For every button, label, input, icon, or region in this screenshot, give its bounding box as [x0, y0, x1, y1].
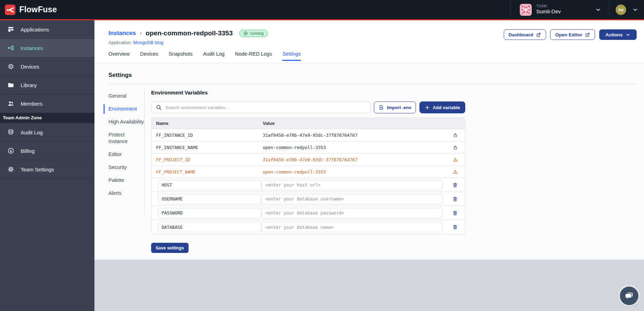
sidebar-item-members[interactable]: Members	[0, 94, 94, 113]
column-header-name: Name	[151, 121, 263, 126]
tab-snapshots[interactable]: Snapshots	[169, 51, 193, 61]
env-var-value-input[interactable]	[261, 208, 443, 218]
actions-button[interactable]: Actions	[599, 29, 637, 40]
search-icon	[156, 104, 162, 111]
flowfuse-logo[interactable]: FlowFuse	[0, 0, 57, 19]
column-header-value: Value	[263, 121, 445, 126]
sidebar-item-label: Library	[21, 82, 37, 88]
settings-nav-protect-instance[interactable]: Protect Instance	[108, 128, 144, 148]
env-var-name: FF_INSTANCE_NAME	[151, 145, 263, 150]
flowfuse-logo-icon	[5, 5, 15, 15]
application-line: Application: MongoDB blog	[108, 40, 268, 45]
table-row-editable	[151, 192, 465, 206]
settings-nav-high-availability[interactable]: High Availability	[108, 115, 144, 128]
table-row-deprecated: FF_PROJECT_NAME open-common-redpoll-3353	[151, 166, 465, 178]
delete-variable-button[interactable]	[452, 182, 458, 188]
settings-nav-security[interactable]: Security	[108, 161, 144, 174]
env-var-name: FF_PROJECT_ID	[151, 157, 263, 162]
table-row-deprecated: FF_PROJECT_ID 31af0456-e70b-47e9-93dc-37…	[151, 154, 465, 166]
page-header: Instances › open-common-redpoll-3353 run…	[94, 20, 644, 63]
env-var-name-input[interactable]	[158, 222, 261, 232]
lock-icon	[445, 145, 465, 150]
sidebar-item-team-settings[interactable]: Team Settings	[0, 160, 94, 179]
settings-nav-general[interactable]: General	[108, 90, 144, 103]
env-var-value-input[interactable]	[261, 194, 443, 204]
status-badge-label: running	[250, 31, 263, 35]
team-label: TEAM:	[536, 4, 561, 9]
env-var-name-input[interactable]	[158, 194, 261, 204]
table-row: FF_INSTANCE_ID 31af0456-e70b-47e9-93dc-3…	[151, 129, 465, 141]
add-variable-button[interactable]: Add variable	[419, 101, 465, 113]
trash-icon	[452, 182, 458, 188]
folder-icon	[7, 82, 14, 89]
settings-nav-palette[interactable]: Palette	[108, 174, 144, 187]
table-row: FF_INSTANCE_NAME open-common-redpoll-335…	[151, 141, 465, 154]
applications-icon	[7, 26, 14, 33]
env-var-value: 31af0456-e70b-47e9-93dc-37f876764767	[263, 133, 445, 138]
env-var-name-input[interactable]	[158, 180, 261, 190]
sidebar-item-instances[interactable]: Instances	[0, 39, 94, 57]
user-menu[interactable]: su	[609, 0, 644, 19]
chat-widget-button[interactable]	[620, 287, 638, 305]
tab-node-red-logs[interactable]: Node-RED Logs	[235, 51, 272, 61]
application-label: Application:	[108, 40, 132, 45]
tab-settings[interactable]: Settings	[282, 51, 300, 61]
env-var-value-input[interactable]	[261, 222, 443, 232]
sidebar-item-library[interactable]: Library	[0, 76, 94, 94]
env-var-value-input[interactable]	[261, 180, 443, 190]
settings-nav-environment[interactable]: Environment	[108, 103, 144, 115]
gear-icon	[7, 166, 14, 173]
divider	[108, 84, 637, 84]
top-navbar: FlowFuse	[0, 0, 644, 20]
trash-icon	[452, 196, 458, 202]
environment-panel: Environment Variables Import .env	[144, 89, 637, 253]
save-settings-button[interactable]: Save settings	[151, 243, 189, 253]
trash-icon	[452, 210, 458, 216]
tab-audit-log[interactable]: Audit Log	[203, 51, 225, 61]
open-editor-button[interactable]: Open Editor	[550, 29, 595, 40]
chip-icon	[7, 63, 14, 70]
application-link[interactable]: MongoDB blog	[133, 40, 163, 45]
chevron-down-icon	[632, 7, 638, 13]
settings-nav-alerts[interactable]: Alerts	[108, 187, 144, 200]
import-file-icon	[378, 105, 384, 110]
team-selector[interactable]: TEAM: Sumit-Dev	[510, 0, 609, 19]
env-var-name-input[interactable]	[158, 208, 261, 218]
sidebar-item-audit-log[interactable]: Audit Log	[0, 123, 94, 142]
user-avatar: su	[616, 5, 626, 15]
brand-name: FlowFuse	[19, 5, 57, 14]
env-variables-table: Name Value FF_INSTANCE_ID 31af0456-e70b-…	[151, 118, 465, 234]
sidebar-item-applications[interactable]: Applications	[0, 20, 94, 39]
env-var-name: FF_PROJECT_NAME	[151, 169, 263, 175]
chevron-down-icon	[625, 32, 631, 37]
dollar-icon: $	[7, 147, 14, 154]
instance-name: open-common-redpoll-3353	[146, 29, 233, 37]
page-title: Settings	[108, 72, 637, 79]
sidebar-item-billing[interactable]: $ Billing	[0, 142, 94, 160]
delete-variable-button[interactable]	[452, 210, 458, 216]
delete-variable-button[interactable]	[452, 196, 458, 202]
sidebar-item-devices[interactable]: Devices	[0, 57, 94, 76]
sidebar-item-label: Devices	[21, 64, 39, 70]
tab-devices[interactable]: Devices	[140, 51, 158, 61]
add-variable-button-label: Add variable	[433, 105, 460, 110]
sidebar-item-label: Billing	[21, 148, 35, 154]
sidebar-section-team-admin-zone: Team Admin Zone	[0, 113, 94, 123]
delete-variable-button[interactable]	[452, 224, 458, 230]
chevron-down-icon	[595, 7, 601, 13]
sidebar-item-label: Members	[21, 101, 43, 107]
env-var-name: FF_INSTANCE_ID	[151, 133, 263, 138]
settings-content: Settings General Environment High Availa…	[94, 63, 644, 260]
tab-overview[interactable]: Overview	[108, 51, 129, 61]
external-link-icon	[585, 32, 590, 37]
breadcrumb-instances-link[interactable]: Instances	[108, 30, 136, 37]
search-input[interactable]	[151, 101, 370, 113]
lock-icon	[445, 133, 465, 138]
env-var-value: open-common-redpoll-3353	[263, 169, 445, 175]
status-badge: running	[239, 30, 268, 37]
import-env-button[interactable]: Import .env	[374, 101, 416, 113]
table-row-editable	[151, 220, 465, 234]
settings-nav-editor[interactable]: Editor	[108, 148, 144, 161]
warning-icon	[445, 169, 465, 175]
dashboard-button[interactable]: Dashboard	[504, 29, 546, 40]
